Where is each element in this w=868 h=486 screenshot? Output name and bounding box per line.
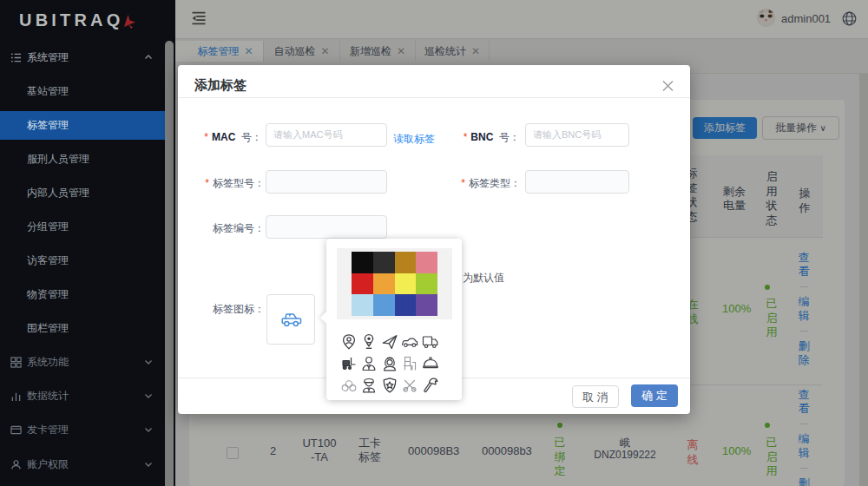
svg-text:UBITRAQ: UBITRAQ [19,10,124,30]
